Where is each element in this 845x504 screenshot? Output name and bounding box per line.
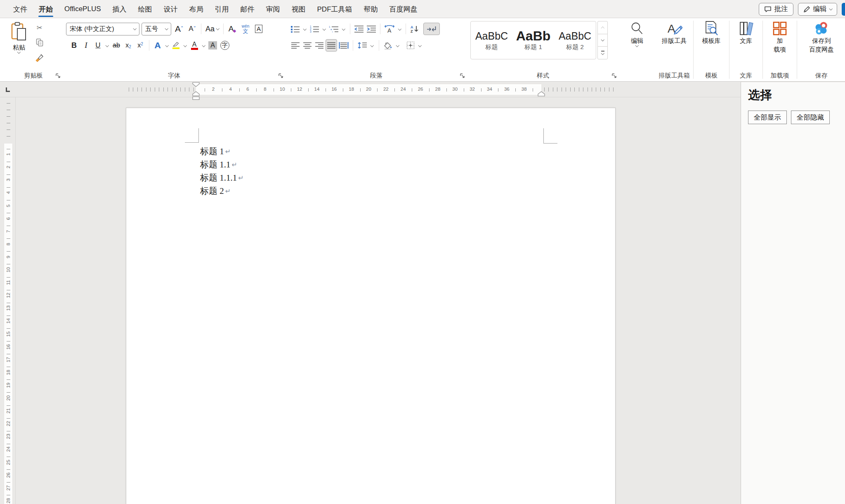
chevron-down-icon[interactable] <box>371 44 374 47</box>
align-center-button[interactable] <box>302 39 313 52</box>
font-name-combobox[interactable]: 宋体 (中文正文) <box>66 23 139 35</box>
font-size-combobox[interactable]: 五号 <box>142 23 171 35</box>
bullets-button[interactable] <box>290 23 301 35</box>
menu-tabs: 文件开始OfficePLUS插入绘图设计布局引用邮件审阅视图PDF工具箱帮助百度… <box>0 0 845 18</box>
grow-font-button[interactable]: Aˆ <box>173 23 184 35</box>
menu-tab-review[interactable]: 审阅 <box>260 0 286 18</box>
phonetic-guide-button[interactable]: wén 文 <box>240 23 251 35</box>
first-line-indent-marker[interactable] <box>192 82 200 87</box>
document-page[interactable]: 标题 1↵标题 1.1↵标题 1.1.1↵标题 2↵ <box>126 108 616 504</box>
sort-button[interactable]: AZ <box>409 23 420 35</box>
chevron-down-icon[interactable] <box>106 44 109 47</box>
menu-tab-insert[interactable]: 插入 <box>107 0 132 18</box>
shrink-font-button[interactable]: Aˇ <box>186 23 198 35</box>
borders-button[interactable] <box>405 39 416 52</box>
menu-tab-help[interactable]: 帮助 <box>358 0 384 18</box>
template-library-button[interactable]: 模板库 <box>702 18 721 45</box>
chevron-down-icon[interactable] <box>342 27 345 31</box>
comments-button[interactable]: 批注 <box>759 3 793 16</box>
character-shading-button[interactable]: A <box>207 39 218 52</box>
paste-button[interactable]: 粘贴 <box>4 18 34 70</box>
library-button[interactable]: 文库 <box>739 18 753 45</box>
font-dialog-launcher-icon[interactable] <box>278 73 283 78</box>
tab-stop-selector[interactable] <box>4 85 12 94</box>
document-paragraph[interactable]: 标题 1.1↵ <box>200 158 244 171</box>
ruler-number: 4 <box>6 188 11 197</box>
right-indent-marker[interactable] <box>538 91 545 97</box>
document-paragraph[interactable]: 标题 2↵ <box>200 184 244 198</box>
menu-tab-pdf-tools[interactable]: PDF工具箱 <box>312 0 358 18</box>
gallery-more-button[interactable] <box>597 46 608 59</box>
character-border-button[interactable]: A <box>253 23 264 35</box>
document-paragraph[interactable]: 标题 1↵ <box>200 145 244 158</box>
share-button-partial[interactable] <box>842 3 845 16</box>
change-case-button[interactable]: Aa <box>205 23 220 35</box>
gallery-scroll-up-button[interactable] <box>597 21 608 34</box>
asian-layout-button[interactable]: A <box>383 23 396 35</box>
hanging-indent-marker[interactable] <box>192 91 200 100</box>
chevron-down-icon[interactable] <box>322 27 326 31</box>
superscript-button[interactable]: x2 <box>135 39 146 52</box>
chevron-down-icon[interactable] <box>396 44 399 47</box>
menu-tab-mailings[interactable]: 邮件 <box>235 0 260 18</box>
menu-tab-home[interactable]: 开始 <box>33 0 59 18</box>
add-ins-button[interactable]: 加载项 <box>772 18 787 53</box>
chevron-down-icon[interactable] <box>418 44 422 47</box>
document-paragraph[interactable]: 标题 1.1.1↵ <box>200 171 244 184</box>
clear-formatting-button[interactable]: A ◆ <box>227 23 238 35</box>
show-all-button[interactable]: 全部显示 <box>748 111 787 124</box>
menu-tab-file[interactable]: 文件 <box>7 0 33 18</box>
edit-find-button[interactable]: 编辑 <box>630 18 644 47</box>
ruler-number: 12 <box>6 291 11 300</box>
menu-tab-design[interactable]: 设计 <box>158 0 184 18</box>
gallery-scroll-down-button[interactable] <box>597 34 608 47</box>
style-entry-2[interactable]: AaBb标题 1 <box>512 21 554 59</box>
enclose-characters-button[interactable]: 字 <box>219 39 230 52</box>
menu-tab-references[interactable]: 引用 <box>209 0 235 18</box>
menu-tab-baidu-netdisk[interactable]: 百度网盘 <box>384 0 423 18</box>
subscript-button[interactable]: x2 <box>123 39 134 52</box>
text-effects-button[interactable]: A <box>152 39 163 52</box>
distributed-button[interactable] <box>338 39 349 52</box>
style-entry-1[interactable]: AaBbC标题 <box>471 21 512 59</box>
show-hide-marks-button[interactable] <box>423 23 440 35</box>
align-left-button[interactable] <box>290 39 301 52</box>
chevron-down-icon[interactable] <box>202 44 205 47</box>
increase-indent-button[interactable] <box>366 23 377 35</box>
cut-button[interactable]: ✂ <box>34 21 45 34</box>
numbering-button[interactable]: 123 <box>309 23 320 35</box>
line-spacing-button[interactable] <box>356 39 368 52</box>
style-entry-3[interactable]: AaBbC标题 2 <box>554 21 596 59</box>
menu-tab-draw[interactable]: 绘图 <box>132 0 158 18</box>
format-painter-button[interactable] <box>34 51 45 64</box>
chevron-down-icon[interactable] <box>184 44 187 47</box>
horizontal-ruler[interactable]: 2468101214161820222426283032343638 <box>126 84 616 95</box>
underline-button[interactable]: U <box>92 39 104 52</box>
menu-tab-view[interactable]: 视图 <box>286 0 312 18</box>
chevron-down-icon[interactable] <box>398 27 401 31</box>
bold-button[interactable]: B <box>68 39 80 52</box>
hide-all-button[interactable]: 全部隐藏 <box>791 111 830 124</box>
text-highlight-button[interactable] <box>170 39 182 52</box>
save-baidu-netdisk-button[interactable]: 保存到百度网盘 <box>809 18 834 53</box>
decrease-indent-button[interactable] <box>353 23 365 35</box>
font-color-button[interactable]: A <box>189 39 200 52</box>
document-body[interactable]: 标题 1↵标题 1.1↵标题 1.1.1↵标题 2↵ <box>200 145 244 198</box>
edit-mode-button[interactable]: 编辑 <box>798 3 838 16</box>
justify-button[interactable] <box>326 39 337 52</box>
multilevel-list-button[interactable]: 1ai <box>328 23 340 35</box>
chevron-down-icon[interactable] <box>165 44 168 47</box>
copy-button[interactable] <box>34 36 45 49</box>
chevron-down-icon[interactable] <box>303 27 307 31</box>
vertical-ruler[interactable]: 1234567891011121314151617181920212223242… <box>0 97 16 504</box>
paragraph-dialog-launcher-icon[interactable] <box>460 73 465 78</box>
shading-button[interactable] <box>382 39 394 52</box>
strikethrough-button[interactable]: ab <box>111 39 122 52</box>
styles-dialog-launcher-icon[interactable] <box>611 73 617 78</box>
menu-tab-officeplus[interactable]: OfficePLUS <box>59 0 107 18</box>
typeset-tools-button[interactable]: A排版工具 <box>662 18 687 45</box>
menu-tab-layout[interactable]: 布局 <box>184 0 209 18</box>
clipboard-dialog-launcher-icon[interactable] <box>55 73 61 78</box>
italic-button[interactable]: I <box>80 39 92 52</box>
align-right-button[interactable] <box>314 39 325 52</box>
